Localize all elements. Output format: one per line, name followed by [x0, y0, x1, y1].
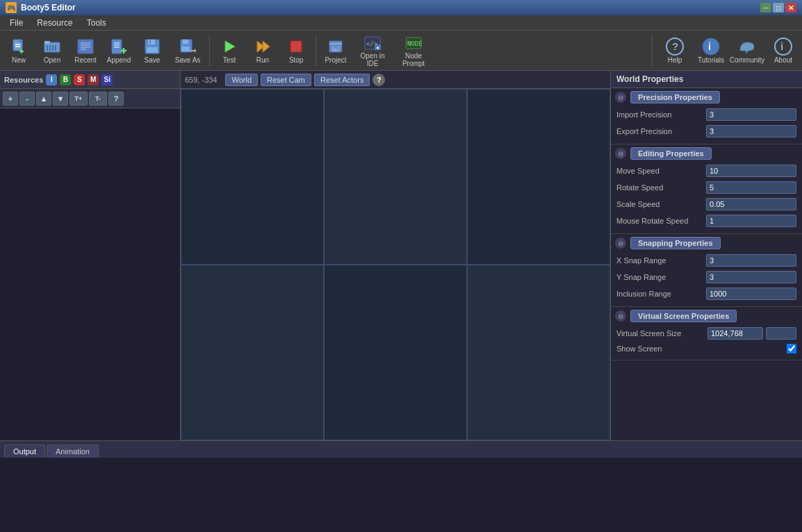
snapping-properties-button[interactable]: Snapping Properties [630, 237, 721, 249]
import-precision-row: Import Precision [611, 106, 802, 123]
svg-marker-32 [225, 41, 235, 52]
snapping-properties-section: ⊖ Snapping Properties X Snap Range Y Sna… [611, 234, 802, 307]
node-prompt-label: Node Prompt [395, 52, 432, 67]
bottom-content [0, 458, 802, 532]
scale-speed-label: Scale Speed [616, 200, 703, 208]
canvas-help-button[interactable]: ? [373, 74, 385, 86]
window-controls: ─ □ ✕ [760, 3, 796, 13]
menu-resource[interactable]: Resource [30, 17, 79, 29]
virtual-screen-size-input2[interactable] [766, 327, 796, 340]
scale-speed-input[interactable] [706, 198, 796, 210]
add-text-button[interactable]: T+ [69, 92, 88, 106]
tab-animation[interactable]: Animation [47, 444, 99, 458]
move-up-button[interactable]: ▲ [36, 92, 51, 106]
test-icon [220, 37, 239, 56]
close-button[interactable]: ✕ [785, 3, 796, 13]
about-label: About [774, 56, 792, 64]
recent-label: Recent [74, 56, 97, 64]
test-button[interactable]: Test [213, 33, 245, 69]
badge-i[interactable]: I [46, 74, 57, 85]
tab-output[interactable]: Output [4, 444, 45, 458]
virtual-screen-collapse-button[interactable]: ⊖ [615, 310, 626, 322]
virtual-screen-properties-button[interactable]: Virtual Screen Properties [630, 310, 737, 322]
append-icon [109, 37, 129, 56]
save-label: Save [145, 56, 161, 64]
svg-marker-31 [195, 49, 196, 53]
badge-s[interactable]: S [74, 74, 85, 85]
about-button[interactable]: i About [767, 33, 799, 69]
open-ide-button[interactable]: </> Open in IDE [353, 33, 392, 69]
export-precision-input[interactable] [706, 125, 796, 138]
remove-resource-button[interactable]: - [19, 92, 35, 106]
badge-si[interactable]: Si [101, 74, 113, 85]
x-snap-range-input[interactable] [706, 254, 796, 267]
stop-button[interactable]: Stop [280, 33, 312, 69]
move-speed-input[interactable] [706, 165, 796, 177]
minimize-button[interactable]: ─ [760, 3, 771, 13]
project-button[interactable]: Project [320, 33, 352, 69]
recent-button[interactable]: Recent [69, 33, 101, 69]
snapping-collapse-button[interactable]: ⊖ [615, 238, 626, 249]
move-speed-row: Move Speed [611, 163, 802, 179]
show-screen-row: Show Screen [611, 342, 802, 356]
help-button[interactable]: ? Help [659, 33, 691, 69]
svg-rect-7 [44, 41, 50, 44]
move-speed-label: Move Speed [616, 167, 703, 175]
rotate-speed-label: Rotate Speed [616, 183, 703, 192]
editing-properties-header: ⊖ Editing Properties [611, 144, 802, 163]
import-precision-input[interactable] [706, 108, 796, 121]
save-as-icon [178, 37, 197, 56]
main-area: Resources I B S M Si + - ▲ ▼ T+ T- ? 659… [0, 71, 802, 440]
world-button[interactable]: World [225, 74, 258, 86]
export-precision-row: Export Precision [611, 123, 802, 140]
precision-collapse-button[interactable]: ⊖ [615, 92, 626, 103]
show-screen-checkbox[interactable] [787, 344, 796, 354]
reset-cam-button[interactable]: Reset Cam [261, 74, 311, 86]
new-icon [9, 37, 28, 56]
toolbar-separator-1 [209, 35, 210, 66]
help-label: Help [668, 56, 682, 64]
new-button[interactable]: New [3, 33, 35, 69]
svg-marker-34 [263, 41, 270, 52]
save-button[interactable]: Save [136, 33, 168, 69]
editing-collapse-button[interactable]: ⊖ [615, 148, 626, 159]
rotate-speed-input[interactable] [706, 181, 796, 194]
move-down-button[interactable]: ▼ [53, 92, 68, 106]
tutorials-icon: i [701, 37, 721, 56]
reset-actors-button[interactable]: Reset Actors [314, 74, 370, 86]
virtual-screen-size-input[interactable] [707, 327, 763, 340]
open-button[interactable]: Open [36, 33, 68, 69]
append-button[interactable]: Append [103, 33, 135, 69]
maximize-button[interactable]: □ [773, 3, 784, 13]
menu-tools[interactable]: Tools [80, 17, 113, 29]
y-snap-range-input[interactable] [706, 271, 796, 283]
tutorials-label: Tutorials [698, 56, 724, 64]
help-icon: ? [665, 37, 685, 56]
menu-file[interactable]: File [3, 17, 30, 29]
tutorials-button[interactable]: i Tutorials [695, 33, 727, 69]
mouse-rotate-speed-input[interactable] [706, 215, 796, 227]
precision-properties-button[interactable]: Precision Properties [630, 91, 720, 103]
add-resource-button[interactable]: + [3, 92, 18, 106]
badge-m[interactable]: M [88, 74, 99, 85]
node-prompt-button[interactable]: NODE ⬡ Node Prompt [393, 33, 434, 69]
run-button[interactable]: Run [247, 33, 279, 69]
resources-help-button[interactable]: ? [108, 92, 124, 106]
badge-b[interactable]: B [60, 74, 71, 85]
remove-text-button[interactable]: T- [89, 92, 107, 106]
run-icon [253, 37, 272, 56]
run-label: Run [256, 56, 269, 64]
svg-rect-17 [112, 40, 122, 53]
save-as-button[interactable]: Save As [170, 33, 206, 69]
canvas-cell-5 [324, 265, 467, 440]
inclusion-range-input[interactable] [706, 288, 796, 300]
stop-icon [286, 37, 306, 56]
mouse-rotate-speed-row: Mouse Rotate Speed [611, 213, 802, 229]
canvas-area: 659, -334 World Reset Cam Reset Actors ? [181, 71, 610, 440]
svg-rect-29 [181, 47, 190, 51]
community-button[interactable]: Community [731, 33, 763, 69]
bottom-area: Output Animation [0, 440, 802, 532]
editing-properties-button[interactable]: Editing Properties [630, 147, 712, 160]
canvas[interactable] [181, 89, 610, 440]
toolbar-separator-2 [316, 35, 316, 66]
